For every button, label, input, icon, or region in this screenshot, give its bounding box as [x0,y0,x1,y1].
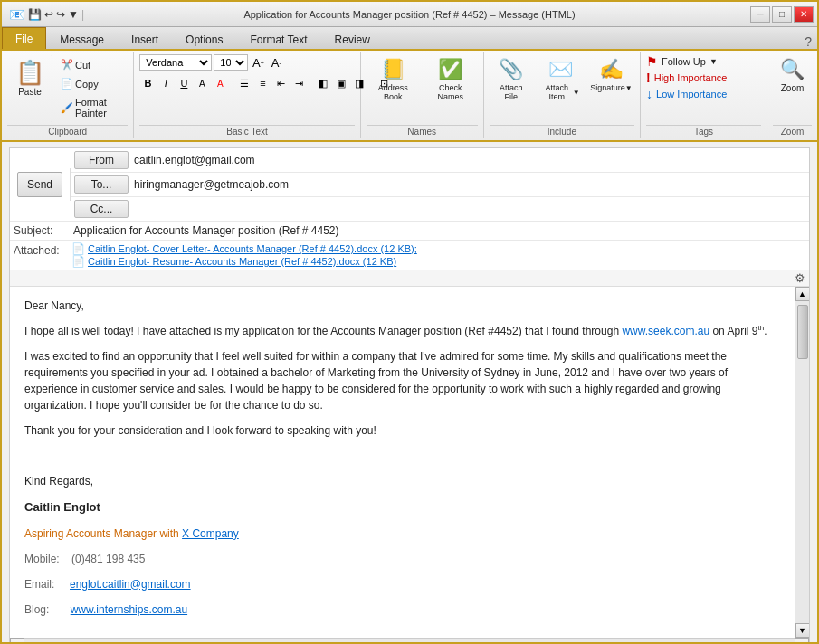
h-scroll-track [24,639,795,643]
to-field-row: To... [71,173,809,197]
high-importance-row: ! High Importance [646,71,727,85]
cc-input[interactable] [132,202,805,216]
exclamation-icon: ! [646,71,651,85]
flag-icon: ⚑ [646,54,658,69]
attached-label: Attached: [14,244,68,257]
tab-message[interactable]: Message [46,29,118,49]
ribbon-tabs: File Message Insert Options Format Text … [2,27,817,51]
email-body[interactable]: Dear Nancy, I hope all is well today! I … [10,287,795,638]
font-family-select[interactable]: Verdana [139,54,212,71]
attachment-1-link[interactable]: Caitlin Englot- Cover Letter- Accounts M… [88,243,417,254]
tab-file[interactable]: File [2,27,46,49]
zoom-button[interactable]: 🔍 Zoom [774,54,811,97]
attachment-2-icon: 📄 [71,255,85,268]
email-body-scroll: Dear Nancy, I hope all is well today! I … [10,287,795,638]
decrease-indent-button[interactable]: ⇤ [272,75,289,91]
attach-item-button[interactable]: ✉️ Attach Item ▼ [535,54,586,105]
address-book-button[interactable]: 📒 Address Book [367,54,420,105]
minimize-button[interactable]: ─ [750,6,770,23]
cut-icon: ✂️ [61,59,73,71]
follow-up-dropdown-icon[interactable]: ▼ [709,57,718,66]
cut-button[interactable]: ✂️ Cut [56,56,124,73]
sig-mobile: Mobile: (0)481 198 435 [24,551,780,567]
signature-dropdown-icon: ▼ [625,84,633,92]
underline-button[interactable]: U [176,75,192,91]
greeting: Dear Nancy, [24,298,780,314]
settings-gear-icon[interactable]: ⚙ [795,271,805,285]
attachment-2-link[interactable]: Caitlin Englot- Resume- Accounts Manager… [88,256,396,267]
tab-options[interactable]: Options [172,29,236,49]
scroll-up-button[interactable]: ▲ [795,287,810,301]
subject-input[interactable] [71,223,805,238]
attach-file-button[interactable]: 📎 Attach File [490,54,533,105]
maximize-button[interactable]: □ [772,6,792,23]
regards-line [24,448,780,464]
format-painter-icon: 🖌️ [61,102,73,114]
zoom-icon: 🔍 [780,58,805,81]
compose-area: Send From caitlin.englot@gmail.com To... [9,147,810,642]
font-color-button[interactable]: A [212,75,228,91]
settings-bar: ⚙ [10,270,809,287]
email-link[interactable]: englot.caitlin@gmail.com [70,578,191,591]
sig-name: Caitlin Englot [24,498,780,516]
to-input[interactable] [132,177,805,192]
numbering-button[interactable]: ≡ [254,75,271,91]
from-button[interactable]: From [74,151,129,169]
company-link[interactable]: X Company [182,527,239,540]
italic-button[interactable]: I [157,75,174,91]
scroll-thumb[interactable] [797,305,808,359]
tab-review[interactable]: Review [321,29,384,49]
follow-up-row: ⚑ Follow Up ▼ [646,54,718,69]
header-rows-col: From caitlin.englot@gmail.com To... Cc..… [71,148,809,221]
paragraph-2: I was excited to find an opportunity tha… [24,348,780,413]
attached-row: Attached: 📄 Caitlin Englot- Cover Letter… [10,241,809,270]
highlight-button[interactable]: A [194,75,210,91]
scroll-left-button[interactable]: ◄ [10,638,24,642]
attachment-1-icon: 📄 [71,242,85,255]
scroll-right-button[interactable]: ► [795,638,809,642]
main-area: Send From caitlin.englot@gmail.com To... [2,142,817,642]
scroll-down-button[interactable]: ▼ [795,623,810,638]
tab-insert[interactable]: Insert [118,29,172,49]
clipboard-group: 📋 Paste ✂️ Cut 📄 Copy 🖌️ [2,52,134,138]
format-painter-button[interactable]: 🖌️ Format Painter [56,94,124,121]
shrink-font-button[interactable]: A- [268,54,284,71]
paste-button[interactable]: 📋 Paste [7,54,52,123]
copy-button[interactable]: 📄 Copy [56,75,124,92]
help-icon[interactable]: ? [805,34,812,49]
check-names-button[interactable]: ✅ Check Names [424,54,478,105]
subject-label: Subject: [14,224,68,237]
font-size-select[interactable]: 10.5 [214,54,248,71]
low-importance-button[interactable]: Low Importance [656,89,727,99]
zoom-group: 🔍 Zoom Zoom [767,52,817,138]
bullets-button[interactable]: ☰ [236,75,252,91]
high-importance-button[interactable]: High Importance [654,72,728,83]
align-left-button[interactable]: ◧ [315,75,331,91]
body-scroll-container: Dear Nancy, I hope all is well today! I … [10,287,809,638]
cc-button[interactable]: Cc... [74,200,129,218]
increase-indent-button[interactable]: ⇥ [290,75,307,91]
horizontal-scrollbar: ◄ ► [10,638,809,643]
align-center-button[interactable]: ▣ [333,75,349,91]
window-title: Application for Accounts Manager positio… [243,9,575,20]
send-button[interactable]: Send [17,172,62,197]
subject-row: Subject: [10,222,809,241]
sig-email: Email: englot.caitlin@gmail.com [24,576,780,592]
title-bar: 📧 💾 ↩ ↪ ▼ | Application for Accounts Man… [2,2,817,27]
bold-button[interactable]: B [139,75,156,91]
seek-link[interactable]: www.seek.com.au [622,325,709,337]
from-row: Send From caitlin.englot@gmail.com To... [10,148,809,222]
format-row: B I U A A ☰ ≡ ⇤ ⇥ ◧ ▣ ◨ ⊡ [139,75,392,91]
blog-link[interactable]: www.internships.com.au [71,603,187,616]
follow-up-button[interactable]: Follow Up [662,56,706,67]
paste-icon: 📋 [15,59,44,87]
to-button[interactable]: To... [74,175,129,194]
attachments-list: 📄 Caitlin Englot- Cover Letter- Accounts… [71,242,417,268]
tab-format-text[interactable]: Format Text [236,29,320,49]
include-label: Include [490,125,634,137]
close-button[interactable]: ✕ [794,6,814,23]
grow-font-button[interactable]: A+ [250,54,266,71]
names-group: 📒 Address Book ✅ Check Names Names [361,52,484,138]
basic-text-group: Verdana 10.5 A+ A- B I U A A ☰ [134,52,360,138]
signature-button[interactable]: ✍️ Signature ▼ [588,54,634,96]
